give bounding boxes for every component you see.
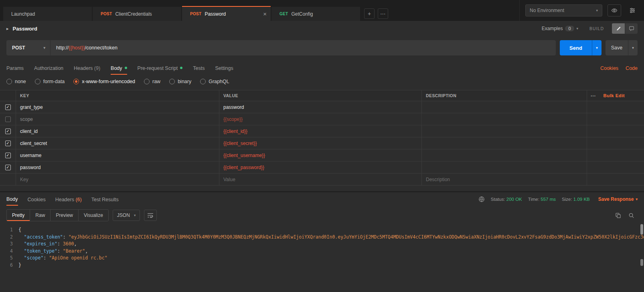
mode-graphql[interactable]: GraphQL [200,79,229,84]
response-format-select[interactable]: JSON ▾ [113,210,140,221]
time-label: Time: [528,197,539,202]
description-cell[interactable] [422,149,587,161]
send-options-caret[interactable]: ▾ [592,40,601,55]
chevron-down-icon: ▾ [134,213,136,217]
mode-x-www-form-urlencoded[interactable]: x-www-form-urlencoded [73,79,135,84]
examples-dropdown[interactable]: Examples 0 ▾ [542,26,578,31]
tab-headers[interactable]: Headers (9) [74,65,100,75]
json-key: "scope" [18,255,43,262]
vertical-scrollbar-thumb[interactable] [640,224,643,235]
row-checkbox[interactable]: ✓ [5,153,11,158]
tab-launchpad[interactable]: Launchpad [3,7,92,21]
more-tabs-button[interactable]: ⋯ [378,8,388,19]
search-response-button[interactable] [628,212,634,218]
value-cell[interactable]: password [219,101,422,113]
row-checkbox[interactable]: ✓ [5,141,11,146]
key-cell[interactable]: client_secret [16,137,219,149]
mode-raw[interactable]: raw [144,79,160,84]
method-select[interactable]: POST ▾ [6,40,51,55]
json-key: "access_token" [18,234,63,241]
tab-settings[interactable]: Settings [215,65,233,75]
comments-button[interactable] [625,23,638,34]
network-globe-icon[interactable] [478,196,485,202]
value-cell[interactable]: {{client_id}} [219,125,422,137]
tab-authorization[interactable]: Authorization [34,65,63,75]
json-separator: : [63,234,69,241]
environment-quick-look-button[interactable] [608,4,621,16]
view-visualize-button[interactable]: Visualize [79,210,108,221]
tab-clientcredentials[interactable]: POST ClientCredentials [93,7,181,21]
code-link[interactable]: Code [626,65,638,75]
view-raw-button[interactable]: Raw [30,210,51,221]
more-options-icon[interactable]: ⋯ [591,93,596,99]
tab-getconfig[interactable]: GET GetConfig [271,7,360,21]
method-badge: POST [101,12,112,16]
request-header-actions: Examples 0 ▾ BUILD [542,23,638,34]
tab-body[interactable]: Body [111,65,127,75]
value-cell[interactable]: {{client_secret}} [219,137,422,149]
environment-select[interactable]: No Environment ▾ [525,4,602,16]
key-cell[interactable]: username [16,149,219,161]
key-cell[interactable]: grant_type [16,101,219,113]
response-body-editor[interactable]: 1{ 2 "access_token": "eyJhbGciOiJSUzI1Ni… [0,225,644,271]
vertical-scrollbar-thumb[interactable] [640,259,643,266]
bulk-edit-link[interactable]: Bulk Edit [603,93,625,98]
table-row-empty: Key Value Description [0,174,644,186]
response-tab-test-results[interactable]: Test Results [91,193,119,205]
save-button[interactable]: Save [606,40,628,55]
json-string-value: "Bearer" [63,248,85,255]
value-input-placeholder[interactable]: Value [219,174,422,185]
row-checkbox[interactable]: ✓ [5,129,11,134]
key-cell[interactable]: client_id [16,125,219,137]
mode-binary[interactable]: binary [169,79,191,84]
code-line: 4 "token_type": "Bearer", [0,248,644,255]
environment-settings-button[interactable] [626,4,638,16]
description-input-placeholder[interactable]: Description [422,174,587,185]
radio-icon [6,79,12,84]
new-tab-button[interactable]: + [364,8,375,19]
radio-icon [169,79,175,84]
value-cell[interactable]: {{scope}} [219,113,422,125]
key-cell[interactable]: password [16,161,219,173]
line-number: 5 [0,255,18,262]
save-response-button[interactable]: Save Response▾ [598,196,638,202]
description-cell[interactable] [422,101,587,113]
response-tab-headers[interactable]: Headers (6) [55,193,82,205]
description-cell[interactable] [422,161,587,173]
view-preview-button[interactable]: Preview [51,210,79,221]
send-button[interactable]: Send [560,40,592,55]
row-actions-cell [587,113,644,125]
value-cell[interactable]: {{client_password}} [219,161,422,173]
cookies-link[interactable]: Cookies [600,65,618,75]
url-input[interactable]: http://{{host}}/connect/token [51,45,556,51]
save-options-caret[interactable]: ▾ [628,40,638,55]
row-checkbox-unchecked[interactable] [5,116,11,122]
description-cell[interactable] [422,125,587,137]
response-tab-body[interactable]: Body [6,193,18,206]
tab-pre-request-script[interactable]: Pre-request Script [138,65,183,75]
tab-tests[interactable]: Tests [193,65,205,75]
key-cell[interactable]: scope [16,113,219,125]
close-tab-icon[interactable]: × [263,11,267,17]
description-cell[interactable] [422,137,587,149]
view-pretty-button[interactable]: Pretty [7,210,30,221]
response-tab-cookies[interactable]: Cookies [28,193,46,205]
edit-button[interactable] [612,23,625,34]
collapse-caret-icon[interactable]: ▸ [6,26,9,31]
response-view-segmented-control: Pretty Raw Preview Visualize [6,209,109,221]
row-checkbox[interactable]: ✓ [5,104,11,110]
key-input-placeholder[interactable]: Key [16,174,219,185]
method-value: POST [12,45,25,51]
chevron-down-icon: ▾ [577,27,579,31]
row-checkbox[interactable]: ✓ [5,165,11,170]
description-cell[interactable] [422,113,587,125]
tab-password[interactable]: POST Password × [182,6,271,21]
mode-none[interactable]: none [6,79,26,84]
wrap-lines-button[interactable] [144,210,157,221]
copy-response-button[interactable] [615,212,621,218]
checkbox-cell [0,113,16,125]
tab-params[interactable]: Params [6,65,24,75]
mode-form-data[interactable]: form-data [35,79,65,84]
radio-icon [200,79,206,84]
value-cell[interactable]: {{client_username}} [219,149,422,161]
